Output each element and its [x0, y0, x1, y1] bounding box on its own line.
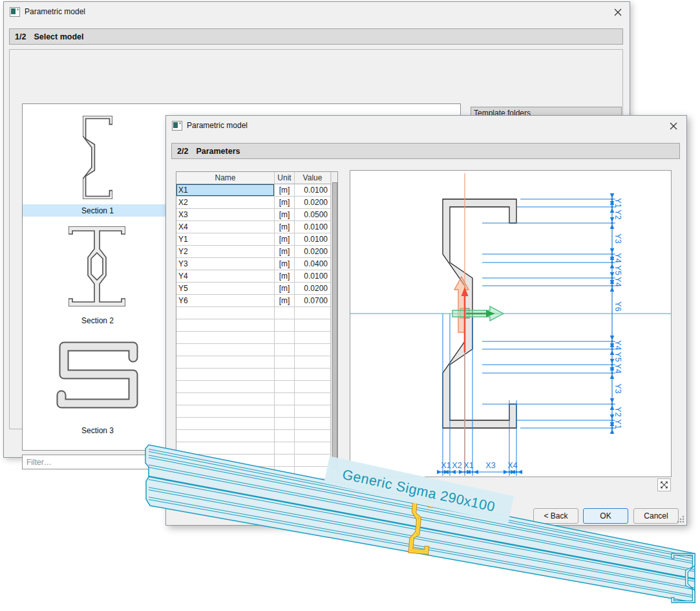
- cell-empty[interactable]: [295, 319, 331, 332]
- cell-empty[interactable]: [176, 455, 275, 467]
- resize-grip[interactable]: [676, 515, 685, 524]
- scrollbar-thumb[interactable]: [332, 182, 337, 469]
- cell-empty[interactable]: [176, 369, 275, 381]
- cell-value[interactable]: 0.0400: [295, 258, 331, 270]
- section-caption[interactable]: Section 1: [23, 204, 173, 217]
- cell-value[interactable]: 0.0200: [295, 246, 331, 258]
- cell-name[interactable]: Y1: [176, 233, 275, 246]
- cell-empty[interactable]: [295, 332, 331, 344]
- cell-empty[interactable]: [295, 455, 331, 467]
- cell-empty[interactable]: [295, 356, 331, 369]
- cell-name[interactable]: Y4: [176, 270, 275, 283]
- table-scrollbar[interactable]: [331, 172, 337, 485]
- cell-unit[interactable]: [m]: [275, 197, 295, 209]
- cell-empty[interactable]: [295, 344, 331, 356]
- cell-unit[interactable]: [m]: [275, 270, 295, 283]
- cell-value[interactable]: 0.0500: [295, 209, 331, 221]
- section-preview-viewport[interactable]: Y1Y2Y3Y4Y5Y4Y6Y4Y5Y4Y3Y2Y1 X1X2X1X3X4: [350, 170, 672, 477]
- table-row[interactable]: Y6[m]0.0700: [176, 295, 331, 307]
- table-row[interactable]: Y1[m]0.0100: [176, 233, 331, 246]
- table-row-empty[interactable]: [176, 467, 331, 479]
- cell-empty[interactable]: [176, 467, 275, 479]
- cell-empty[interactable]: [275, 430, 295, 442]
- cell-empty[interactable]: [275, 369, 295, 381]
- table-row-empty[interactable]: [176, 319, 331, 332]
- cell-name[interactable]: X3: [176, 209, 275, 221]
- cell-name[interactable]: X4: [176, 221, 275, 233]
- cell-name[interactable]: X2: [176, 197, 275, 209]
- cell-unit[interactable]: [m]: [275, 209, 295, 221]
- cell-empty[interactable]: [176, 381, 275, 393]
- fit-view-button[interactable]: [657, 478, 671, 491]
- table-row[interactable]: Y4[m]0.0100: [176, 270, 331, 283]
- cell-empty[interactable]: [176, 319, 275, 332]
- cell-empty[interactable]: [176, 418, 275, 430]
- cancel-button[interactable]: Cancel: [633, 508, 679, 524]
- cell-empty[interactable]: [275, 442, 295, 455]
- cell-empty[interactable]: [295, 418, 331, 430]
- table-row[interactable]: Y5[m]0.0200: [176, 283, 331, 295]
- cell-empty[interactable]: [275, 332, 295, 344]
- cell-empty[interactable]: [275, 381, 295, 393]
- cell-empty[interactable]: [295, 405, 331, 418]
- cell-empty[interactable]: [275, 344, 295, 356]
- cell-empty[interactable]: [275, 393, 295, 405]
- cell-name[interactable]: Y2: [176, 246, 275, 258]
- cell-empty[interactable]: [176, 430, 275, 442]
- cell-empty[interactable]: [275, 405, 295, 418]
- table-row-empty[interactable]: [176, 332, 331, 344]
- cell-unit[interactable]: [m]: [275, 283, 295, 295]
- cell-empty[interactable]: [295, 442, 331, 455]
- table-row[interactable]: X2[m]0.0200: [176, 197, 331, 209]
- table-row[interactable]: X1[m]0.0100: [176, 184, 331, 197]
- back-button[interactable]: < Back: [533, 508, 578, 524]
- cell-empty[interactable]: [275, 356, 295, 369]
- cell-value[interactable]: 0.0200: [295, 283, 331, 295]
- cell-unit[interactable]: [m]: [275, 295, 295, 307]
- table-row-empty[interactable]: [176, 405, 331, 418]
- table-row[interactable]: X3[m]0.0500: [176, 209, 331, 221]
- table-row-empty[interactable]: [176, 393, 331, 405]
- table-row[interactable]: X4[m]0.0100: [176, 221, 331, 233]
- cell-empty[interactable]: [295, 467, 331, 479]
- table-row-empty[interactable]: [176, 442, 331, 455]
- cell-value[interactable]: 0.0700: [295, 295, 331, 307]
- cell-empty[interactable]: [176, 344, 275, 356]
- titlebar[interactable]: Parametric model: [4, 2, 630, 21]
- cell-value[interactable]: 0.0100: [295, 221, 331, 233]
- cell-empty[interactable]: [275, 319, 295, 332]
- cell-value[interactable]: 0.0100: [295, 184, 331, 197]
- close-icon[interactable]: [666, 119, 681, 133]
- cell-name[interactable]: Y3: [176, 258, 275, 270]
- cell-empty[interactable]: [275, 467, 295, 479]
- titlebar[interactable]: Parametric model: [166, 116, 686, 135]
- table-row[interactable]: Y3[m]0.0400: [176, 258, 331, 270]
- table-row-empty[interactable]: [176, 430, 331, 442]
- cell-value[interactable]: 0.0100: [295, 233, 331, 246]
- cell-empty[interactable]: [176, 356, 275, 369]
- table-row-empty[interactable]: [176, 455, 331, 467]
- cell-empty[interactable]: [176, 405, 275, 418]
- cell-unit[interactable]: [m]: [275, 184, 295, 197]
- cell-empty[interactable]: [176, 307, 275, 319]
- cell-empty[interactable]: [295, 369, 331, 381]
- cell-empty[interactable]: [295, 381, 331, 393]
- table-row[interactable]: Y2[m]0.0200: [176, 246, 331, 258]
- cell-empty[interactable]: [295, 393, 331, 405]
- table-row-empty[interactable]: [176, 307, 331, 319]
- table-row-empty[interactable]: [176, 356, 331, 369]
- close-icon[interactable]: [610, 5, 626, 19]
- cell-empty[interactable]: [176, 332, 275, 344]
- cell-name[interactable]: Y6: [176, 295, 275, 307]
- table-row-empty[interactable]: [176, 369, 331, 381]
- cell-empty[interactable]: [295, 430, 331, 442]
- cell-name[interactable]: Y5: [176, 283, 275, 295]
- cell-empty[interactable]: [275, 418, 295, 430]
- table-row-empty[interactable]: [176, 418, 331, 430]
- cell-value[interactable]: 0.0100: [295, 270, 331, 283]
- cell-unit[interactable]: [m]: [275, 221, 295, 233]
- cell-value[interactable]: 0.0200: [295, 197, 331, 209]
- cell-unit[interactable]: [m]: [275, 246, 295, 258]
- cell-name[interactable]: X1: [176, 184, 275, 197]
- table-row-empty[interactable]: [176, 344, 331, 356]
